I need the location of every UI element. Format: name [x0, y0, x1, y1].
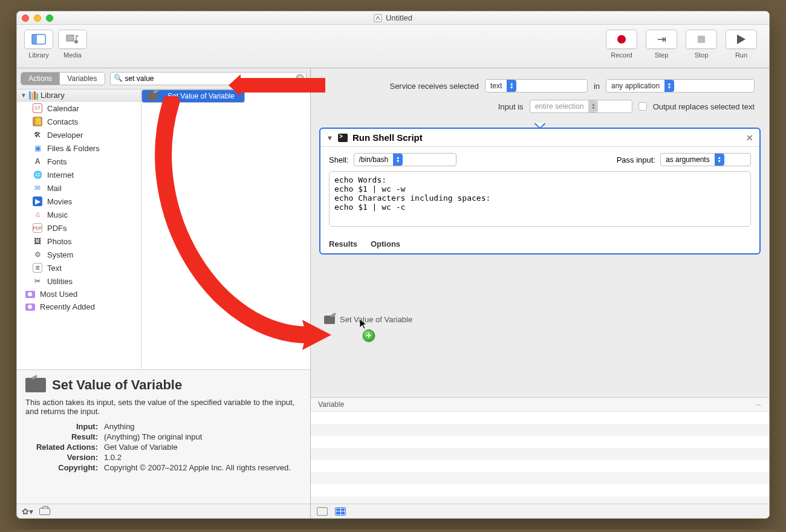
category-calendar[interactable]: 17Calendar: [17, 102, 141, 115]
action-description: Set Value of Variable This action takes …: [17, 369, 310, 504]
media-toolbar-label: Media: [63, 51, 82, 59]
category-contacts[interactable]: 📒Contacts: [17, 115, 141, 128]
record-button[interactable]: Record: [606, 30, 637, 59]
log-view-button[interactable]: [317, 507, 328, 516]
gear-menu-button[interactable]: ✿▾: [22, 507, 33, 516]
action-results-list[interactable]: Set Value of Variable: [141, 89, 310, 369]
results-tab[interactable]: Results: [329, 239, 357, 248]
output-replaces-label: Output replaces selected text: [653, 102, 755, 111]
search-input[interactable]: [110, 72, 307, 85]
drag-ghost-action: Set Value of Variable +: [324, 315, 412, 324]
description-title: Set Value of Variable: [52, 377, 182, 393]
result-set-value-of-variable[interactable]: Set Value of Variable: [141, 89, 245, 103]
library-panel: Actions Variables 🔍 ✕ ▼ Library 17Cale: [17, 68, 311, 518]
shell-label: Shell:: [329, 155, 349, 164]
automator-doc-icon: [374, 14, 382, 22]
add-badge-icon: +: [363, 329, 375, 342]
category-system[interactable]: ⚙︎System: [17, 248, 141, 261]
category-mail[interactable]: ✉︎Mail: [17, 181, 141, 195]
category-developer[interactable]: 🛠Developer: [17, 128, 141, 141]
variables-list[interactable]: [311, 412, 769, 504]
left-status-bar: ✿▾: [17, 504, 310, 518]
variable-column-header[interactable]: Variable: [318, 400, 344, 409]
input-is-label: Input is: [498, 102, 524, 111]
smart-folder-icon: [25, 291, 35, 298]
terminal-icon: [338, 134, 348, 142]
action-icon: [324, 316, 335, 324]
smart-folder-icon: [25, 303, 35, 311]
application-select[interactable]: any application▲▼: [606, 79, 755, 92]
cursor-icon: [359, 319, 368, 329]
library-toolbar-label: Library: [28, 51, 49, 59]
library-icon: [31, 34, 46, 45]
receives-label: Service receives selected: [389, 82, 478, 91]
disclosure-triangle-icon[interactable]: ▼: [326, 134, 333, 141]
shell-script-textarea[interactable]: [329, 171, 751, 227]
step-icon: ⇥: [657, 33, 666, 46]
clear-search-button[interactable]: ✕: [296, 74, 304, 82]
pass-input-label: Pass input:: [617, 155, 655, 164]
service-options-bar: Service receives selected text▲▼ in any …: [311, 68, 769, 122]
run-button[interactable]: Run: [726, 30, 757, 59]
disclosure-triangle-icon[interactable]: ▼: [21, 92, 27, 99]
stop-icon: [698, 36, 705, 43]
pass-input-select[interactable]: as arguments▲▼: [660, 153, 751, 166]
svg-rect-3: [67, 35, 74, 41]
category-movies[interactable]: ▶︎Movies: [17, 195, 141, 208]
titlebar: Untitled: [17, 11, 769, 25]
actions-variables-segmented[interactable]: Actions Variables: [21, 72, 105, 85]
input-connector-icon: [534, 123, 546, 131]
category-fonts[interactable]: AFonts: [17, 155, 141, 168]
step-button[interactable]: ⇥Step: [646, 30, 677, 59]
in-label: in: [594, 82, 600, 91]
most-used-group[interactable]: Most Used: [17, 288, 141, 300]
run-icon: [737, 34, 745, 44]
variables-panel[interactable]: Variable ︿: [311, 397, 769, 504]
output-replaces-checkbox[interactable]: [638, 102, 647, 111]
media-icon: [65, 34, 80, 45]
action-icon: [25, 378, 46, 392]
library-root[interactable]: ▼ Library: [17, 89, 141, 102]
workflow-canvas[interactable]: ▼ Run Shell Script ✕ Shell: /bin/bash▲▼ …: [311, 122, 769, 397]
category-internet[interactable]: 🌐Internet: [17, 168, 141, 181]
category-music[interactable]: ♫Music: [17, 208, 141, 221]
variables-view-button[interactable]: [335, 507, 346, 516]
workflow-panel: Service receives selected text▲▼ in any …: [311, 68, 769, 518]
window-title: Untitled: [17, 13, 769, 22]
drop-target-icon[interactable]: [39, 508, 50, 515]
remove-action-button[interactable]: ✕: [746, 133, 753, 143]
options-tab[interactable]: Options: [371, 239, 400, 248]
variables-tab[interactable]: Variables: [59, 73, 104, 85]
svg-point-4: [74, 40, 78, 44]
category-pdfs[interactable]: PDFPDFs: [17, 221, 141, 235]
category-tree[interactable]: ▼ Library 17Calendar📒Contacts🛠Developer▣…: [17, 89, 141, 369]
input-is-select: entire selection▲▼: [530, 100, 632, 113]
category-files-folders[interactable]: ▣Files & Folders: [17, 141, 141, 155]
library-icon: [29, 91, 38, 100]
action-title: Run Shell Script: [352, 132, 423, 143]
category-photos[interactable]: 🖼Photos: [17, 235, 141, 248]
category-text[interactable]: ≡Text: [17, 261, 141, 274]
app-window: Untitled Library Media Record ⇥Step Stop…: [16, 11, 770, 519]
description-body: This action takes its input, sets the va…: [25, 398, 302, 416]
collapse-panel-icon[interactable]: ︿: [756, 400, 762, 409]
shell-select[interactable]: /bin/bash▲▼: [354, 153, 456, 166]
toolbar: Library Media Record ⇥Step Stop Run: [17, 25, 769, 68]
action-search[interactable]: 🔍 ✕: [110, 72, 307, 85]
media-toolbar-button[interactable]: Media: [58, 30, 87, 59]
receives-type-select[interactable]: text▲▼: [485, 79, 588, 92]
library-toolbar-button[interactable]: Library: [24, 30, 53, 59]
actions-tab[interactable]: Actions: [21, 73, 59, 85]
category-utilities[interactable]: ✂︎Utilities: [17, 274, 141, 288]
svg-rect-2: [32, 34, 37, 44]
run-shell-script-action[interactable]: ▼ Run Shell Script ✕ Shell: /bin/bash▲▼ …: [319, 128, 761, 255]
recently-added-group[interactable]: Recently Added: [17, 300, 141, 313]
record-icon: [617, 35, 626, 44]
action-icon: [147, 92, 158, 100]
right-status-bar: [311, 504, 769, 518]
stop-button[interactable]: Stop: [686, 30, 717, 59]
search-icon: 🔍: [114, 74, 123, 82]
